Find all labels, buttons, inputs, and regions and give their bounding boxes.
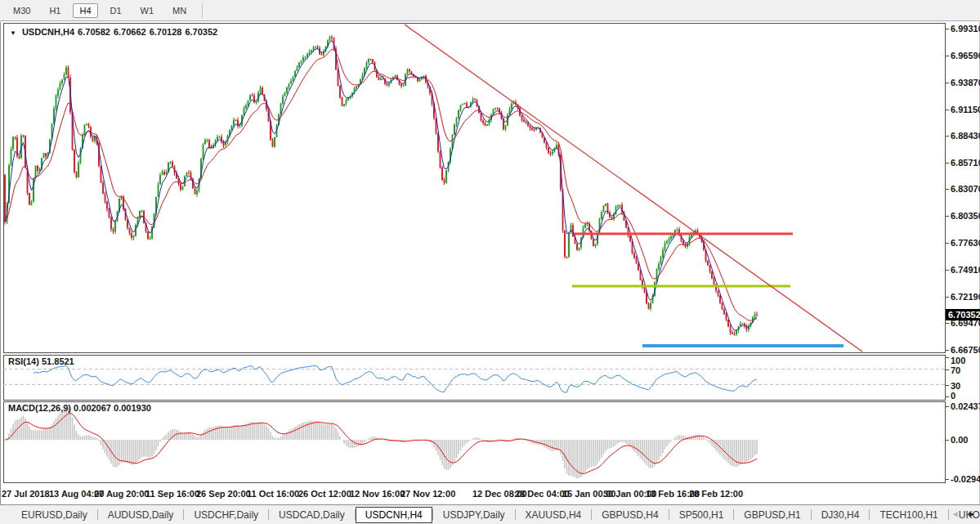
price-axis-label: 6.99310 <box>951 24 980 34</box>
rsi-axis-tick <box>946 357 949 358</box>
time-axis-label: 28 Feb 12:00 <box>689 489 743 499</box>
chart-symbol: USDCNH,H4 <box>22 27 74 37</box>
price-axis-label: 6.91150 <box>951 105 980 114</box>
time-axis-label: 12 Nov 16:00 <box>350 489 405 499</box>
time-axis-label: 11 Oct 16:00 <box>247 489 299 499</box>
tab-scroll-right-icon[interactable]: ► <box>968 509 976 518</box>
price-axis-tick <box>946 56 949 56</box>
rsi-axis-label: 100 <box>951 356 965 365</box>
macd-axis-tick <box>946 440 949 441</box>
chart-tab-eurusd-daily[interactable]: EURUSD,Daily <box>11 507 97 523</box>
time-axis-label: 27 Nov 12:00 <box>401 489 455 499</box>
macd-name: MACD(12,26,9) <box>8 403 71 413</box>
chart-tab-bar: EURUSD,DailyAUDUSD,DailyUSDCHF,DailyUSDC… <box>0 504 980 524</box>
macd-canvas[interactable] <box>3 401 946 483</box>
price-axis-label: 6.69470 <box>951 318 980 328</box>
rsi-axis-label: 30 <box>951 381 960 391</box>
timeframe-button-m30[interactable]: M30 <box>7 3 37 18</box>
rsi-axis-tick <box>946 396 949 397</box>
time-axis-label: 27 Jul 2018 <box>2 489 50 499</box>
tab-scroll-left-icon[interactable]: ◄ <box>951 509 959 518</box>
rsi-canvas[interactable] <box>3 355 946 401</box>
macd-axis-tick <box>946 406 949 407</box>
price-axis-tick <box>946 163 949 163</box>
macd-axis-tick <box>946 479 949 480</box>
rsi-axis-tick <box>946 369 949 370</box>
chart-tab-gbpusd-h1[interactable]: GBPUSD,H1 <box>734 507 810 523</box>
time-axis-label: 11 Sep 16:00 <box>145 489 199 499</box>
price-axis-tick <box>946 297 949 298</box>
chart-tab-usdcad-daily[interactable]: USDCAD,Daily <box>269 507 355 523</box>
price-axis-tick <box>946 189 949 190</box>
time-axis-label: 26 Sep 20:00 <box>196 489 251 499</box>
macd-axis-label: 0.024372 <box>951 401 980 411</box>
chart-tab-gbpusd-h4[interactable]: GBPUSD,H4 <box>592 507 668 523</box>
rsi-label: RSI(14) 51.8521 <box>8 356 74 366</box>
price-axis-label: 6.80350 <box>951 211 980 221</box>
price-axis-tick <box>946 29 949 29</box>
rsi-axis-label: 70 <box>951 365 960 375</box>
chart-tab-usdchf-daily[interactable]: USDCHF,Daily <box>184 507 268 523</box>
price-axis-tick <box>946 136 949 137</box>
price-chart-canvas[interactable] <box>3 23 946 353</box>
quote-low: 6.70128 <box>150 27 182 37</box>
price-axis-label: 6.72190 <box>951 292 980 302</box>
rsi-axis-label: 0 <box>951 391 955 401</box>
price-axis-label: 6.96590 <box>951 51 980 60</box>
window-left-border <box>0 22 1 524</box>
macd-axis-label: 0.00 <box>951 435 968 445</box>
timeframe-buttons: M30H1H4D1W1MN <box>7 3 199 18</box>
chart-tab-audusd-daily[interactable]: AUDUSD,Daily <box>98 507 184 523</box>
quote-high: 6.70662 <box>114 27 146 37</box>
tab-scroll-arrows: ◄ ► <box>951 509 976 518</box>
chart-tab-dj30-h4[interactable]: DJ30,H4 <box>812 507 870 523</box>
price-axis-tick <box>946 270 949 271</box>
chart-tab-usdjpy-daily[interactable]: USDJPY,Daily <box>433 507 515 523</box>
price-axis-label: 6.93870 <box>951 78 980 87</box>
macd-label: MACD(12,26,9) 0.002067 0.001930 <box>8 403 151 413</box>
chart-title: ▼USDCNH,H46.705826.706626.701286.70352 <box>10 27 221 37</box>
toolbar-separator <box>202 3 203 18</box>
price-axis-label: 6.77630 <box>951 238 980 248</box>
chart-tab-xauusd-h4[interactable]: XAUUSD,H4 <box>516 507 592 523</box>
rsi-value: 51.8521 <box>42 356 74 366</box>
price-axis-tick <box>946 323 949 324</box>
timeframe-button-mn[interactable]: MN <box>166 3 193 18</box>
chart-tab-usdcnh-h4[interactable]: USDCNH,H4 <box>356 507 432 523</box>
price-axis-tick <box>946 110 949 110</box>
symbol-dropdown-icon[interactable]: ▼ <box>10 29 16 37</box>
macd-axis-label: -0.029423 <box>951 474 980 484</box>
price-axis-tick <box>946 216 949 217</box>
price-axis-tick <box>946 83 949 83</box>
rsi-axis-tick <box>946 385 949 386</box>
macd-value-signal: 0.001930 <box>114 403 151 413</box>
time-axis-label: 26 Oct 12:00 <box>298 489 351 499</box>
terminal-window: M30H1H4D1W1MN ▼USDCNH,H46.705826.706626.… <box>0 0 980 524</box>
timeframe-button-h1[interactable]: H1 <box>43 3 67 18</box>
price-axis-label: 6.83070 <box>951 184 980 194</box>
time-axis-label: 27 Aug 20:00 <box>94 489 149 499</box>
price-axis-tick <box>946 243 949 244</box>
rsi-name: RSI(14) <box>8 356 39 366</box>
price-axis-label: 6.88430 <box>951 131 980 141</box>
chart-tab-sp500-h1[interactable]: SP500,H1 <box>669 507 734 523</box>
chart-tabs: EURUSD,DailyAUDUSD,DailyUSDCHF,DailyUSDC… <box>11 507 980 523</box>
macd-value-main: 0.002067 <box>74 403 111 413</box>
timeframe-button-d1[interactable]: D1 <box>104 3 128 18</box>
price-axis-label: 6.74910 <box>951 265 980 275</box>
chart-tab-tech100-h1[interactable]: TECH100,H1 <box>870 507 947 523</box>
timeframe-button-h4[interactable]: H4 <box>73 3 97 18</box>
quote-close: 6.70352 <box>185 27 217 37</box>
price-axis-label: 6.85710 <box>951 158 980 168</box>
timeframe-button-w1[interactable]: W1 <box>134 3 161 18</box>
quote-open: 6.70582 <box>78 27 110 37</box>
price-axis-tick <box>946 350 949 351</box>
price-axis-label: 6.66750 <box>951 345 980 355</box>
timeframe-toolbar: M30H1H4D1W1MN <box>0 0 980 21</box>
time-axis-label: 28 Dec 04:00 <box>515 489 570 499</box>
